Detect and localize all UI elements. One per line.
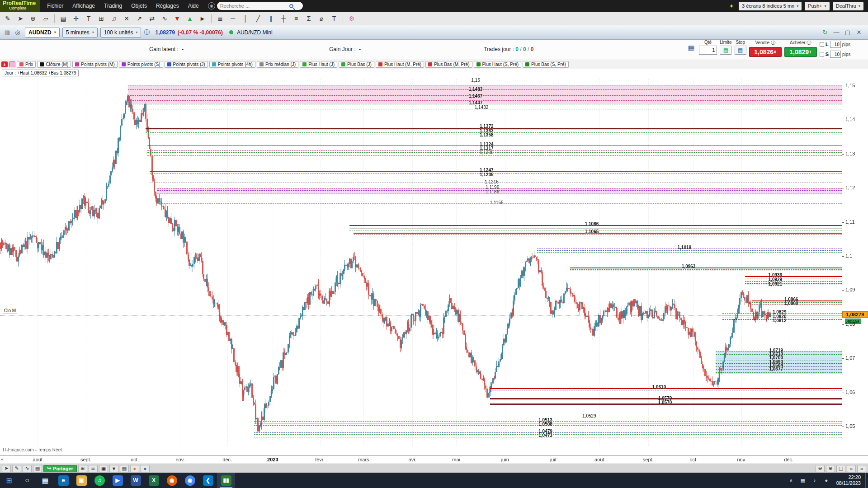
fit-screen-icon[interactable]: ▢ xyxy=(836,465,845,472)
legend-item[interactable]: Plus Bas (J) xyxy=(339,61,374,68)
menu-affichage[interactable]: Affichage xyxy=(68,3,99,9)
symbol-selector[interactable]: AUDNZD ▾ xyxy=(25,28,60,38)
legend-item[interactable]: Points pivots (4h) xyxy=(209,61,255,68)
sell-button[interactable]: 1,08266 xyxy=(749,47,782,57)
add-indicator-button[interactable]: + xyxy=(1,61,8,67)
workspace-icon[interactable]: ▥ xyxy=(3,28,12,37)
legend-item[interactable]: Plus Bas (S, Pré) xyxy=(523,61,569,68)
account-icon[interactable]: ◉ xyxy=(208,2,215,9)
time-axis[interactable]: « aoûtsept.oct.nov.déc.2023févr.marsavr.… xyxy=(0,455,868,464)
legend-item[interactable]: Plus Haut (J) xyxy=(300,61,337,68)
window-close-icon[interactable]: ✕ xyxy=(854,28,863,37)
eraser-icon[interactable]: ▱ xyxy=(40,13,52,24)
legend-item[interactable]: Prix médian (J) xyxy=(257,61,298,68)
menu-aide[interactable]: Aide xyxy=(184,3,203,9)
zoom-in-icon[interactable]: ⊕ xyxy=(826,465,835,472)
taskbar-app-chrome[interactable]: ◉ xyxy=(181,473,199,488)
taskbar-app-vscode[interactable]: ❮ xyxy=(199,473,217,488)
info-icon[interactable]: ⓘ xyxy=(144,28,150,37)
horizontal-line-icon[interactable]: ─ xyxy=(227,13,239,24)
long-pips-input[interactable] xyxy=(830,41,841,48)
volume-icon[interactable]: ♪ xyxy=(809,473,820,488)
sell-arrow-icon[interactable]: ▼ xyxy=(171,13,183,24)
clone-chart-icon[interactable]: ⊞ xyxy=(95,13,107,24)
scroll-right-icon[interactable]: » xyxy=(857,465,866,472)
draw-mode-icon[interactable]: ✎ xyxy=(12,465,21,472)
alarm-icon[interactable]: ♫ xyxy=(108,13,120,24)
tools-icon[interactable]: ✦ xyxy=(727,2,736,10)
menu-objets[interactable]: Objets xyxy=(127,3,151,9)
segment-icon[interactable]: ╱ xyxy=(252,13,264,24)
dealthru-selector[interactable]: DealThru ▾ xyxy=(833,2,863,10)
indicator-list-icon[interactable]: ∿ xyxy=(23,465,32,472)
trend-line-icon[interactable]: ↗ xyxy=(133,13,145,24)
long-checkbox[interactable] xyxy=(820,42,824,47)
window-maximize-icon[interactable]: ▢ xyxy=(843,28,852,37)
shortcut-orange-icon[interactable]: ● xyxy=(130,465,139,472)
chain-link-icon[interactable]: ◎ xyxy=(13,28,22,37)
short-checkbox[interactable] xyxy=(820,52,824,56)
zoom-out-icon[interactable]: ⊖ xyxy=(816,465,825,472)
calculator-icon[interactable]: ▦ xyxy=(686,40,696,55)
taskbar-app-media-player[interactable]: ▶ xyxy=(108,473,127,488)
scroll-left-icon[interactable]: « xyxy=(847,465,856,472)
menu-réglages[interactable]: Réglages xyxy=(151,3,184,9)
taskbar-search-button[interactable]: ○ xyxy=(18,473,36,488)
objects-list-icon[interactable]: ▤ xyxy=(33,465,42,472)
taskbar-app-edge[interactable]: e xyxy=(54,473,72,488)
fibonacci-icon[interactable]: ≣ xyxy=(214,13,226,24)
search-input[interactable] xyxy=(220,3,287,9)
palette-icon[interactable]: ▤ xyxy=(57,13,69,24)
shortcut-blue-icon[interactable]: ● xyxy=(141,465,150,472)
zoom-icon[interactable]: ⊕ xyxy=(27,13,39,24)
taskbar-app-excel[interactable]: X xyxy=(145,473,163,488)
vertical-line-icon[interactable]: │ xyxy=(240,13,251,24)
levels-icon[interactable]: ≡ xyxy=(290,13,302,24)
pointer-mode-icon[interactable]: ➤ xyxy=(2,465,11,472)
legend-item[interactable]: Points pivots (J) xyxy=(165,61,208,68)
show-desktop-button[interactable] xyxy=(865,473,868,488)
taskbar-clock[interactable]: 22:20 08/11/2023 xyxy=(832,474,865,486)
chart-plot[interactable]: 1,151,14831,14671,14471,14321,13721,1363… xyxy=(0,69,842,455)
task-view-button[interactable]: ▦ xyxy=(36,473,54,488)
print-icon[interactable]: ▤ xyxy=(120,465,129,472)
timeframe-selector[interactable]: 5 minutes ▾ xyxy=(62,28,98,38)
link-quotes-icon[interactable]: ⇄ xyxy=(146,13,158,24)
onedrive-icon[interactable]: ● xyxy=(821,473,832,488)
move-icon[interactable]: ✛ xyxy=(70,13,82,24)
menu-trading[interactable]: Trading xyxy=(99,3,127,9)
network-icon[interactable]: ▦ xyxy=(797,473,808,488)
menu-fichier[interactable]: Fichier xyxy=(42,3,68,9)
delete-objects-icon[interactable]: ✕ xyxy=(121,13,132,24)
taskbar-app-file-explorer[interactable]: ▣ xyxy=(72,473,90,488)
legend-item[interactable]: Clôture (M) xyxy=(37,61,71,68)
text-icon[interactable]: T xyxy=(83,13,94,24)
share-button[interactable]: ↪ Partager xyxy=(43,465,77,472)
copy-chart-icon[interactable]: ▣ xyxy=(99,465,108,472)
window-minimize-icon[interactable]: — xyxy=(832,28,841,37)
freehand-icon[interactable]: ∿ xyxy=(159,13,170,24)
crosshair-icon[interactable]: ┼ xyxy=(278,13,289,24)
limit-order-button[interactable]: ▤ xyxy=(720,46,731,55)
statistics-icon[interactable]: Σ xyxy=(303,13,315,24)
qty-input[interactable] xyxy=(699,46,717,55)
watchlist-icon[interactable]: ≣ xyxy=(89,465,98,472)
taskbar-app-spotify[interactable]: ♫ xyxy=(90,473,108,488)
cursor-icon[interactable]: ➤ xyxy=(14,13,26,24)
search-icon[interactable] xyxy=(289,4,293,8)
stop-order-button[interactable]: ▤ xyxy=(735,46,746,55)
short-pips-input[interactable] xyxy=(830,51,841,58)
save-workspace-icon[interactable]: ▼ xyxy=(109,465,118,472)
channel-icon[interactable]: ∥ xyxy=(265,13,277,24)
buy-arrow-icon[interactable]: ▲ xyxy=(184,13,196,24)
price-style-icon[interactable] xyxy=(9,61,15,67)
taskbar-app-word[interactable]: W xyxy=(127,473,145,488)
refresh-icon[interactable]: ↻ xyxy=(821,28,830,37)
taskbar-app-prorealtime[interactable]: ▮▮ xyxy=(217,473,235,488)
settings-gear-icon[interactable]: ⚙ xyxy=(346,13,358,24)
quantity-selector[interactable]: 100 k unités ▾ xyxy=(100,28,142,38)
annotate-icon[interactable]: T xyxy=(328,13,340,24)
legend-item[interactable]: Points pivots (M) xyxy=(72,61,117,68)
new-window-icon[interactable]: ⊞ xyxy=(78,465,87,472)
order-arrow-icon[interactable]: ► xyxy=(197,13,208,24)
